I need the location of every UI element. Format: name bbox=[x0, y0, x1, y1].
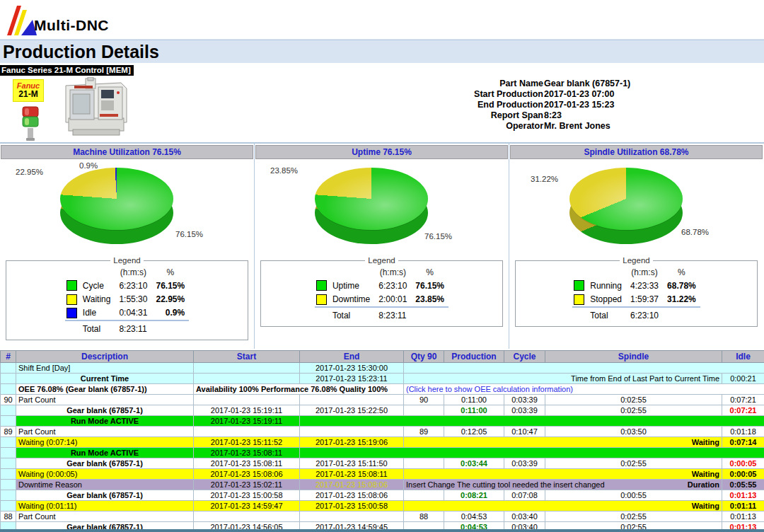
fanuc-badge-model: 21-M bbox=[13, 90, 43, 99]
legend-label: Idle bbox=[79, 306, 115, 320]
legend-time: 1:59:37 bbox=[626, 292, 663, 306]
table-cell: 2017-01-23 15:30:00 bbox=[300, 363, 404, 374]
legend-percent: 76.15% bbox=[151, 279, 189, 292]
legend-pct-header: % bbox=[663, 266, 700, 279]
machine-section: Fanuc 21-M Part NameGear blank (67857-1)… bbox=[0, 76, 764, 142]
table-cell: Downtime Reason bbox=[16, 480, 194, 490]
control-label: Fanuc Series 21-M Control [MEM] bbox=[0, 65, 134, 76]
table-cell: 2017-01-23 14:59:47 bbox=[194, 501, 300, 511]
part-info-row: End Production2017-01-23 15:23 bbox=[396, 100, 700, 110]
table-row: Gear blank (67857-1)2017-01-23 15:08:112… bbox=[1, 458, 764, 469]
legend-header-row: (h:m:s)% bbox=[572, 266, 700, 279]
table-cell bbox=[1, 458, 16, 469]
table-cell: Insert Change The cutting tool needed th… bbox=[404, 480, 722, 490]
table-row: 90Part Count900:11:000:03:390:02:550:07:… bbox=[1, 395, 764, 405]
production-details-table: #DescriptionStartEndQty 90ProductionCycl… bbox=[0, 350, 764, 532]
legend-percent: 31.22% bbox=[663, 292, 700, 306]
legend-swatch-icon bbox=[574, 294, 584, 305]
pie-sheen bbox=[60, 168, 173, 230]
table-cell: Waiting bbox=[404, 469, 722, 480]
title-band: Production Details bbox=[0, 40, 764, 63]
table-cell bbox=[194, 427, 300, 437]
table-cell: Part Count bbox=[16, 395, 194, 405]
legend-time: 0:04:31 bbox=[115, 306, 151, 320]
brand-name: Multi-DNC bbox=[34, 17, 109, 34]
legend-total-time: 6:23:10 bbox=[626, 307, 663, 322]
table-cell bbox=[1, 480, 16, 490]
legend-swatch-icon bbox=[66, 280, 77, 291]
legend-total-time: 8:23:11 bbox=[115, 320, 151, 335]
table-cell: 0:04:53 bbox=[444, 511, 504, 522]
pie-slice-label: 76.15% bbox=[424, 232, 452, 241]
table-cell: 0:08:21 bbox=[444, 490, 504, 501]
table-row: Waiting (0:00:05)2017-01-23 15:08:062017… bbox=[1, 469, 764, 480]
table-cell: 0:00:21 bbox=[722, 374, 764, 384]
table-cell: 0:02:55 bbox=[545, 458, 722, 469]
chart-title: Machine Utilization 76.15% bbox=[1, 145, 253, 159]
table-cell bbox=[1, 501, 16, 511]
legend-title: Legend bbox=[365, 256, 398, 265]
legend-total-label: Total bbox=[328, 307, 374, 322]
table-cell: 0:01:13 bbox=[722, 511, 764, 522]
part-info-row: OperatorMr. Brent Jones bbox=[396, 121, 700, 132]
table-cell: Availability 100% Performance 76.08% Qua… bbox=[194, 384, 404, 395]
table-cell: Waiting (0:01:11) bbox=[16, 501, 194, 511]
column-header: Qty 90 bbox=[404, 351, 444, 363]
table-cell bbox=[1, 405, 16, 416]
legend-row: Stopped1:59:3731.22% bbox=[572, 292, 700, 306]
table-cell: 2017-01-23 15:19:11 bbox=[194, 405, 300, 416]
legend-swatch-icon bbox=[66, 294, 77, 305]
legend-label: Running bbox=[586, 279, 626, 292]
table-cell: 0:10:47 bbox=[504, 427, 545, 437]
legend-swatch-icon bbox=[316, 294, 327, 305]
table-cell: 2017-01-23 15:00:58 bbox=[300, 501, 404, 511]
pie-chart: 31.22%68.78% bbox=[509, 159, 763, 253]
part-info-value: Gear blank (67857-1) bbox=[543, 79, 630, 89]
table-body: Shift End [Day]2017-01-23 15:30:00Curren… bbox=[1, 363, 764, 532]
table-cell: 2017-01-23 15:11:52 bbox=[194, 437, 300, 448]
legend-percent: 76.15% bbox=[411, 279, 448, 292]
legend-title: Legend bbox=[110, 256, 143, 265]
table-cell: 2017-01-23 15:00:58 bbox=[194, 490, 300, 501]
oee-calculation-link[interactable]: (Click here to show OEE calculation info… bbox=[404, 384, 764, 395]
column-header: Description bbox=[16, 351, 194, 363]
table-cell: Time from End of Last Part to Current Ti… bbox=[404, 374, 722, 384]
table-cell: Waiting (0:07:14) bbox=[16, 437, 194, 448]
legend-row: Uptime6:23:1076.15% bbox=[315, 279, 448, 292]
table-cell: 2017-01-23 15:08:06 bbox=[300, 480, 404, 490]
table-row: 89Part Count890:12:050:10:470:03:500:01:… bbox=[1, 427, 764, 437]
legend-pct-header: % bbox=[411, 266, 448, 279]
table-cell: 2017-01-23 15:08:06 bbox=[300, 490, 404, 501]
table-cell bbox=[194, 374, 300, 384]
table-row: 88Part Count880:04:530:03:400:02:550:01:… bbox=[1, 511, 764, 522]
part-info-label: Start Production bbox=[396, 89, 543, 100]
table-cell: 0:01:18 bbox=[722, 427, 764, 437]
legend-time: 4:23:33 bbox=[626, 279, 663, 292]
table-cell: 2017-01-23 15:08:06 bbox=[194, 469, 300, 480]
table-cell bbox=[404, 490, 444, 501]
table-cell: 0:11:00 bbox=[444, 405, 504, 416]
part-info-value: Mr. Brent Jones bbox=[543, 121, 610, 132]
legend-time: 2:00:01 bbox=[374, 292, 411, 306]
part-info: Part NameGear blank (67857-1)Start Produ… bbox=[396, 79, 700, 132]
part-info-label: Part Name bbox=[396, 79, 543, 89]
table-cell: 0:12:05 bbox=[444, 427, 504, 437]
part-info-label: End Production bbox=[396, 100, 543, 110]
table-cell bbox=[404, 363, 764, 374]
legend-pct-header: % bbox=[151, 266, 189, 279]
legend-total-row: Total8:23:11 bbox=[315, 307, 448, 322]
table-cell: 88 bbox=[404, 511, 444, 522]
table-cell: 0:11:00 bbox=[444, 395, 504, 405]
table-cell bbox=[1, 437, 16, 448]
legend-swatch-icon bbox=[574, 280, 584, 291]
legend-percent: 23.85% bbox=[411, 292, 448, 306]
table-cell: 89 bbox=[1, 427, 16, 437]
chart-legend: Legend (h:m:s)% Running4:23:3368.78% Sto… bbox=[515, 256, 758, 327]
legend-header-row: (h:m:s)% bbox=[315, 266, 448, 279]
table-cell: 2017-01-23 15:22:50 bbox=[300, 405, 404, 416]
table-cell: 0:07:08 bbox=[504, 490, 545, 501]
legend-row: Waiting1:55:3022.95% bbox=[65, 292, 189, 306]
table-cell: 2017-01-23 15:23:11 bbox=[300, 374, 404, 384]
table-cell: 0:07:14 bbox=[722, 437, 764, 448]
table-cell bbox=[194, 511, 300, 522]
